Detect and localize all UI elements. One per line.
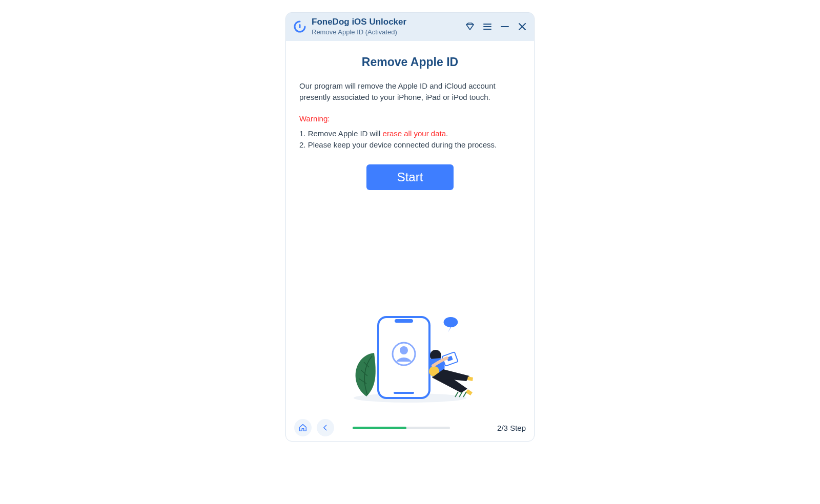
svg-rect-0 (299, 24, 301, 28)
minimize-icon[interactable] (499, 21, 510, 32)
app-window: FoneDog iOS Unlocker Remove Apple ID (Ac… (285, 12, 535, 442)
start-button[interactable]: Start (366, 164, 454, 190)
page-title: Remove Apple ID (299, 55, 521, 69)
svg-point-5 (400, 346, 408, 354)
app-subtitle: Remove Apple ID (Activated) (312, 28, 459, 36)
title-text: FoneDog iOS Unlocker Remove Apple ID (Ac… (312, 17, 459, 36)
app-title: FoneDog iOS Unlocker (312, 17, 459, 27)
window-controls (464, 21, 528, 32)
svg-rect-6 (394, 392, 414, 394)
main-content: Remove Apple ID Our program will remove … (286, 41, 534, 414)
back-button[interactable] (317, 419, 334, 436)
progress-bar (353, 427, 450, 429)
progress-fill (353, 427, 406, 429)
warning-item-2: 2. Please keep your device connected dur… (299, 139, 521, 151)
close-icon[interactable] (517, 21, 528, 32)
svg-rect-3 (395, 319, 413, 323)
menu-icon[interactable] (482, 21, 493, 32)
warning-list: 1. Remove Apple ID will erase all your d… (299, 128, 521, 151)
diamond-icon[interactable] (464, 21, 476, 32)
warning-highlight: erase all your data (383, 129, 446, 138)
illustration (299, 190, 521, 415)
titlebar: FoneDog iOS Unlocker Remove Apple ID (Ac… (286, 13, 534, 41)
app-logo-icon (293, 20, 306, 33)
home-button[interactable] (294, 419, 312, 436)
footer: 2/3 Step (286, 414, 534, 441)
warning-label: Warning: (299, 114, 521, 123)
description-text: Our program will remove the Apple ID and… (299, 80, 521, 103)
warning-item-1: 1. Remove Apple ID will erase all your d… (299, 128, 521, 140)
step-label: 2/3 Step (497, 424, 526, 432)
